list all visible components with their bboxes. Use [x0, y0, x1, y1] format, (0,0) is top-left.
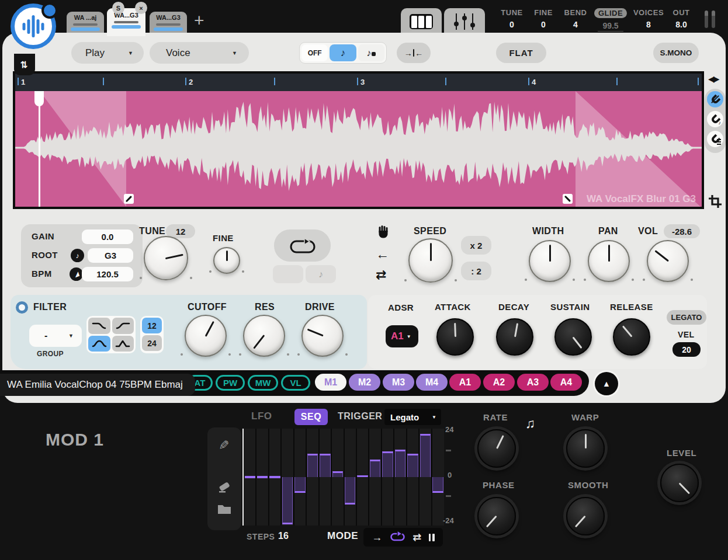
loop-mode-button[interactable] — [274, 229, 331, 262]
playhead-line[interactable] — [39, 91, 40, 207]
attack-knob[interactable] — [436, 318, 474, 356]
resize-grip-icon[interactable] — [705, 11, 715, 28]
filter-enable-toggle[interactable] — [16, 301, 28, 314]
seq-step-bar[interactable] — [307, 454, 318, 478]
sustain-knob[interactable] — [554, 318, 592, 356]
expand-panel-button[interactable]: ▲ — [595, 372, 618, 395]
adsr-badge-a1[interactable]: A1 — [449, 374, 481, 391]
seq-step-bar[interactable] — [257, 476, 268, 478]
mode-loop-icon-active[interactable] — [390, 531, 405, 544]
seq-step-bar[interactable] — [357, 475, 368, 477]
notch-filter-icon[interactable] — [112, 336, 134, 352]
mod-badge-m1-active[interactable]: M1 — [315, 374, 346, 391]
smono-button[interactable]: S.MONO — [653, 43, 699, 63]
bandpass-filter-icon[interactable] — [88, 336, 110, 352]
folder-icon[interactable] — [217, 503, 232, 517]
snap-note-button[interactable]: ♪ — [707, 111, 723, 127]
tune-knob[interactable] — [144, 236, 188, 280]
slope-24-button[interactable]: 24 — [142, 335, 162, 351]
play-mode-dropdown[interactable]: Play ▼ — [71, 42, 144, 64]
waveform-body[interactable]: WA VocalFX Blur 01 G3 — [15, 91, 702, 207]
seq-step-bar[interactable] — [407, 454, 418, 478]
seq-step-bar[interactable] — [420, 434, 431, 477]
filter-group-dropdown[interactable]: - ▼ — [29, 325, 82, 347]
sync-note-lock-button[interactable]: ♪ — [358, 44, 384, 61]
param-value[interactable]: 8.0 — [667, 20, 695, 29]
drive-knob[interactable] — [301, 315, 344, 357]
header-param-tune[interactable]: TUNE 0 — [495, 8, 528, 29]
waveform-ruler[interactable]: 1 2 3 4 — [15, 74, 702, 91]
adsr-slot-dropdown[interactable]: A1 ▼ — [386, 325, 418, 347]
speed-knob[interactable] — [408, 238, 453, 283]
add-tab-button[interactable]: + — [194, 11, 204, 30]
adsr-badge-a3[interactable]: A3 — [517, 374, 549, 391]
param-value[interactable]: 0 — [529, 20, 557, 29]
phase-knob[interactable] — [477, 497, 516, 535]
adsr-badge-a4[interactable]: A4 — [550, 374, 582, 391]
fade-out-handle[interactable] — [563, 194, 573, 204]
vol-knob[interactable] — [647, 240, 689, 282]
flat-button[interactable]: FLAT — [496, 43, 546, 63]
step-sequencer-graph[interactable] — [242, 429, 444, 526]
res-knob[interactable] — [243, 315, 285, 357]
mod-badge-m3[interactable]: M3 — [383, 374, 414, 391]
vol-value-badge[interactable]: -28.6 — [664, 224, 700, 238]
trigger-dropdown[interactable]: Legato ▼ — [384, 409, 441, 425]
param-value[interactable]: 4 — [560, 20, 591, 29]
mode-hold-icon[interactable] — [429, 534, 435, 541]
seq-step-bar[interactable] — [345, 477, 355, 505]
seq-step-bar[interactable] — [382, 451, 393, 477]
preset-tab-1[interactable]: WA ...aj — [67, 12, 104, 35]
tab-close-icon[interactable]: × — [135, 2, 147, 14]
highpass-filter-icon[interactable] — [112, 318, 134, 334]
slope-12-button[interactable]: 12 — [142, 318, 162, 333]
snap-to-transient-button[interactable]: →← — [397, 43, 431, 63]
speed-double-button[interactable]: x 2 — [461, 236, 491, 255]
mixer-view-button[interactable] — [444, 8, 485, 35]
treble-clef-icon[interactable]: ♪ — [71, 249, 84, 262]
smooth-knob[interactable] — [566, 497, 605, 535]
rate-sync-note-icon[interactable]: ♫ — [525, 416, 535, 432]
source-badge-mw[interactable]: MW — [248, 375, 278, 391]
snap-grid-button[interactable] — [707, 131, 723, 147]
release-knob[interactable] — [613, 318, 650, 356]
width-knob[interactable] — [529, 240, 571, 282]
voice-mode-dropdown[interactable]: Voice ▼ — [150, 42, 249, 64]
decay-knob[interactable] — [496, 318, 533, 356]
crop-icon[interactable] — [708, 194, 722, 211]
adsr-badge-a2[interactable]: A2 — [483, 374, 515, 391]
tab-solo-badge[interactable]: S — [112, 2, 124, 14]
seq-step-bar[interactable] — [282, 477, 293, 524]
seq-step-bar[interactable] — [332, 471, 343, 477]
seq-step-bar[interactable] — [370, 460, 380, 477]
reverse-toggle-button[interactable]: ⇄ — [14, 54, 35, 75]
lowpass-filter-icon[interactable] — [88, 318, 110, 334]
seq-step-bar[interactable] — [395, 450, 405, 477]
gain-field[interactable]: 0.0 — [82, 229, 133, 244]
seq-step-bar[interactable] — [245, 476, 255, 478]
level-knob[interactable] — [660, 464, 699, 502]
fine-knob[interactable] — [213, 247, 240, 274]
header-param-fine[interactable]: FINE 0 — [529, 8, 557, 29]
metronome-icon[interactable]: ◢ — [70, 267, 83, 281]
seq-step-bar[interactable] — [269, 476, 280, 478]
seq-step-bar[interactable] — [294, 477, 305, 493]
pingpong-direction-icon[interactable]: ⇄ — [376, 267, 386, 283]
loop-sync-empty-button[interactable] — [273, 265, 303, 283]
header-param-out[interactable]: OUT 8.0 — [667, 8, 695, 29]
rate-knob[interactable] — [477, 429, 516, 468]
sync-note-button[interactable]: ♪ — [330, 44, 356, 61]
eraser-icon[interactable] — [217, 481, 231, 496]
mode-forward-icon[interactable]: → — [372, 531, 382, 544]
seq-step-bar[interactable] — [432, 477, 443, 493]
mode-pingpong-icon[interactable]: ⇄ — [412, 531, 421, 544]
preset-tab-3[interactable]: WA...G3 — [150, 12, 187, 35]
bpm-field[interactable]: 120.5 — [82, 267, 133, 281]
vel-value[interactable]: 20 — [672, 342, 701, 357]
speed-half-button[interactable]: : 2 — [461, 262, 491, 280]
pan-knob[interactable] — [588, 240, 630, 282]
source-badge-vl[interactable]: VL — [281, 375, 310, 391]
snap-off-button[interactable] — [707, 91, 723, 107]
horizontal-zoom-icon[interactable]: ◀▶ — [708, 74, 719, 84]
sync-off-button[interactable]: OFF — [301, 44, 328, 61]
